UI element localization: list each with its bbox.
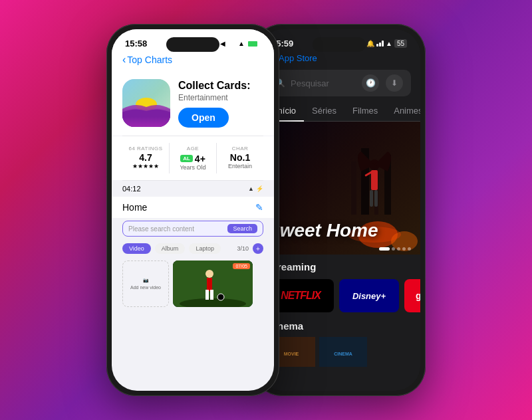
edit-icon[interactable]: ✎ <box>255 202 263 213</box>
signal-bar-3 <box>233 41 235 47</box>
signal-icon-home: ⚡ <box>256 185 263 192</box>
wifi-icon-home: ▲ <box>248 185 254 192</box>
phones-container: 15:58 ◀ ▲ <box>93 24 439 396</box>
svg-rect-19 <box>374 190 378 207</box>
age-sub: Years Old <box>175 164 211 171</box>
chart-label: CHAR <box>222 146 258 152</box>
cinema-thumb-2[interactable]: CINEMA <box>319 337 367 367</box>
hero-dot-4 <box>402 247 406 251</box>
chart-stat: CHAR No.1 Entertain <box>217 143 263 173</box>
page-indicator: 3/10 <box>237 245 249 252</box>
download-icon[interactable]: ⬇ <box>386 74 403 92</box>
media-grid: 📷 Add new video <box>112 258 274 310</box>
ratings-stat: 64 RATINGS 4.7 ★★★★★ <box>122 143 170 173</box>
disney-card[interactable]: Disney+ <box>339 279 399 312</box>
home-time: 04:12 <box>122 185 141 193</box>
app-icon <box>122 79 170 127</box>
battery-percent: 55 <box>394 39 407 48</box>
search-action-icons: 🕐 ⬇ <box>362 74 403 92</box>
svg-point-4 <box>205 270 213 278</box>
right-search-bar[interactable]: 🔍 Pesquisar 🕐 ⬇ <box>267 70 411 96</box>
appstore-nav: ◀ App Store <box>258 52 420 66</box>
home-app-status-bar: 04:12 ▲ ⚡ <box>112 181 274 197</box>
hero-dot-5 <box>408 247 411 251</box>
home-header: Home ✎ <box>112 197 274 218</box>
ratings-stars: ★★★★★ <box>128 163 164 169</box>
open-button[interactable]: Open <box>178 108 229 128</box>
home-title: Home <box>122 202 147 213</box>
signal-bars-right <box>376 41 384 47</box>
streaming-row: NETFLIX Disney+ glo <box>258 276 420 315</box>
tag-album[interactable]: Album <box>155 243 186 254</box>
app-name: Collect Cards: <box>178 79 263 92</box>
app-info: Collect Cards: Entertainment Open <box>178 79 263 128</box>
stats-row: 64 RATINGS 4.7 ★★★★★ AGE AL 4+ Years Old… <box>112 136 274 180</box>
signal-bar-r1 <box>376 44 378 47</box>
streaming-section-title: Streaming <box>258 255 420 276</box>
battery-icon-left <box>247 41 261 47</box>
add-video-label: Add new video <box>130 285 161 290</box>
back-button-left[interactable]: ‹ Top Charts <box>122 54 172 66</box>
tab-animes[interactable]: Animes <box>386 100 420 121</box>
svg-text:CINEMA: CINEMA <box>334 352 352 356</box>
hero-dot-3 <box>397 247 400 251</box>
app-category: Entertainment <box>178 93 263 102</box>
add-tag-button[interactable]: + <box>253 243 263 254</box>
home-search-bar[interactable]: Please search content Search <box>122 221 263 237</box>
hero-dot-2 <box>392 247 395 251</box>
tab-filmes[interactable]: Filmes <box>344 100 386 121</box>
chart-sub: Entertain <box>222 163 258 169</box>
tab-series[interactable]: Séries <box>304 100 344 121</box>
nav-back-label: Top Charts <box>127 54 172 65</box>
signal-bar-1 <box>228 44 230 47</box>
tag-video[interactable]: Video <box>122 243 151 254</box>
hero-title: Sweet Home <box>267 220 378 241</box>
home-search-placeholder: Please search content <box>128 225 194 233</box>
svg-rect-5 <box>207 278 212 291</box>
svg-rect-7 <box>210 290 213 300</box>
netflix-logo: NETFLIX <box>281 290 321 302</box>
left-phone-screen: 15:58 ◀ ▲ <box>112 29 274 391</box>
left-phone: 15:58 ◀ ▲ <box>106 24 279 396</box>
svg-rect-6 <box>205 290 209 300</box>
cinema-row: MOVIE CINEMA <box>258 334 420 369</box>
svg-rect-10 <box>351 161 356 215</box>
add-video-box[interactable]: 📷 Add new video <box>122 261 169 307</box>
svg-rect-17 <box>371 170 378 190</box>
tags-row: Video Album Laptop 3/10 + <box>112 239 274 258</box>
svg-point-8 <box>217 294 224 300</box>
chart-value: No.1 <box>222 152 258 163</box>
hero-banner: Sweet Home <box>258 122 420 255</box>
age-value: 4+ <box>195 154 205 164</box>
appstore-back-label: App Store <box>279 53 317 63</box>
left-time: 15:58 <box>125 39 147 49</box>
svg-text:MOVIE: MOVIE <box>284 352 299 356</box>
globo-card[interactable]: glo <box>404 279 420 312</box>
wifi-icon-right: ▲ <box>386 40 392 47</box>
camera-icon: 📷 <box>143 278 149 283</box>
video-thumbnail[interactable]: 07/05 <box>173 261 253 307</box>
dynamic-island-left <box>166 37 219 52</box>
nav-bar-left: ‹ Top Charts <box>112 51 274 71</box>
wifi-icon-left: ▲ <box>238 40 245 47</box>
back-chevron-icon: ‹ <box>122 54 126 66</box>
globo-logo: glo <box>416 290 420 301</box>
signal-bar-r3 <box>382 41 384 47</box>
home-status-icons: ▲ ⚡ <box>248 185 263 192</box>
age-stat: AGE AL 4+ Years Old <box>170 143 217 173</box>
video-time-overlay: 07/05 <box>233 263 250 269</box>
right-search-placeholder: Pesquisar <box>291 78 356 88</box>
cinema-section-title: Cinema <box>258 315 420 334</box>
disney-logo: Disney+ <box>352 291 386 301</box>
home-search-button[interactable]: Search <box>227 224 257 233</box>
hero-dot-1 <box>379 247 390 251</box>
svg-rect-18 <box>370 190 373 207</box>
signal-bars-left <box>228 41 235 47</box>
age-badge: AL <box>180 155 193 162</box>
clock-icon[interactable]: 🕐 <box>362 74 379 92</box>
location-icon: ◀ <box>220 40 225 47</box>
signal-bar-2 <box>231 43 233 47</box>
nav-tabs: Início Séries Filmes Animes Novel. <box>258 100 420 122</box>
tag-laptop[interactable]: Laptop <box>189 243 221 254</box>
right-status-icons: 🔔 ▲ 55 <box>366 39 407 48</box>
